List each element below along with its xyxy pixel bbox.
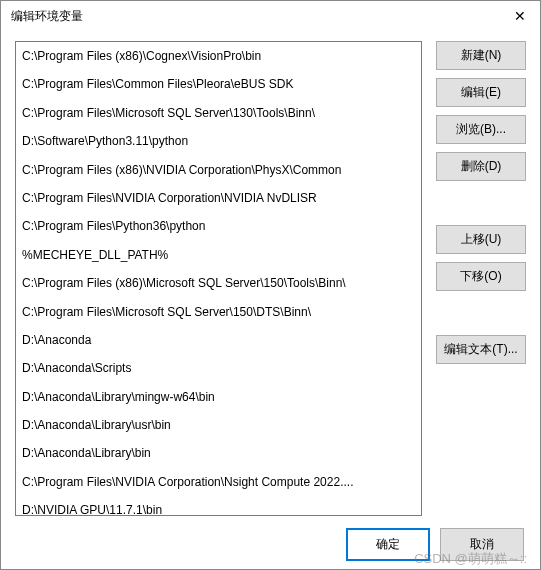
action-sidebar: 新建(N) 编辑(E) 浏览(B)... 删除(D) 上移(U) 下移(O) 编… [436, 41, 526, 516]
movedown-button[interactable]: 下移(O) [436, 262, 526, 291]
list-item[interactable]: C:\Program Files\NVIDIA Corporation\NVID… [16, 184, 421, 212]
list-item[interactable]: C:\Program Files\Microsoft SQL Server\15… [16, 298, 421, 326]
footer: 确定 取消 [1, 516, 540, 570]
cancel-button[interactable]: 取消 [440, 528, 524, 561]
list-item[interactable]: D:\Anaconda\Library\bin [16, 439, 421, 467]
ok-button[interactable]: 确定 [346, 528, 430, 561]
list-item[interactable]: C:\Program Files\Common Files\Pleora\eBU… [16, 70, 421, 98]
new-button[interactable]: 新建(N) [436, 41, 526, 70]
spacer [436, 299, 526, 327]
close-icon: ✕ [514, 8, 526, 24]
list-item[interactable]: D:\Anaconda\Library\mingw-w64\bin [16, 383, 421, 411]
close-button[interactable]: ✕ [506, 5, 534, 27]
edittext-button[interactable]: 编辑文本(T)... [436, 335, 526, 364]
list-item[interactable]: C:\Program Files (x86)\Microsoft SQL Ser… [16, 269, 421, 297]
browse-button[interactable]: 浏览(B)... [436, 115, 526, 144]
content-area: C:\Program Files (x86)\Cognex\VisionPro\… [1, 31, 540, 516]
list-item[interactable]: D:\Software\Python3.11\python [16, 127, 421, 155]
titlebar: 编辑环境变量 ✕ [1, 1, 540, 31]
env-var-dialog: 编辑环境变量 ✕ C:\Program Files (x86)\Cognex\V… [0, 0, 541, 570]
moveup-button[interactable]: 上移(U) [436, 225, 526, 254]
list-item[interactable]: D:\NVIDIA GPU\11.7.1\bin [16, 496, 421, 516]
dialog-title: 编辑环境变量 [11, 8, 83, 25]
list-item[interactable]: C:\Program Files\NVIDIA Corporation\Nsig… [16, 468, 421, 496]
edit-button[interactable]: 编辑(E) [436, 78, 526, 107]
list-item[interactable]: %MECHEYE_DLL_PATH% [16, 241, 421, 269]
spacer [436, 189, 526, 217]
list-item[interactable]: D:\Anaconda [16, 326, 421, 354]
list-item[interactable]: C:\Program Files (x86)\Cognex\VisionPro\… [16, 42, 421, 70]
list-item[interactable]: D:\Anaconda\Library\usr\bin [16, 411, 421, 439]
delete-button[interactable]: 删除(D) [436, 152, 526, 181]
list-item[interactable]: D:\Anaconda\Scripts [16, 354, 421, 382]
list-item[interactable]: C:\Program Files\Microsoft SQL Server\13… [16, 99, 421, 127]
list-item[interactable]: C:\Program Files (x86)\NVIDIA Corporatio… [16, 156, 421, 184]
list-item[interactable]: C:\Program Files\Python36\python [16, 212, 421, 240]
path-listbox[interactable]: C:\Program Files (x86)\Cognex\VisionPro\… [15, 41, 422, 516]
